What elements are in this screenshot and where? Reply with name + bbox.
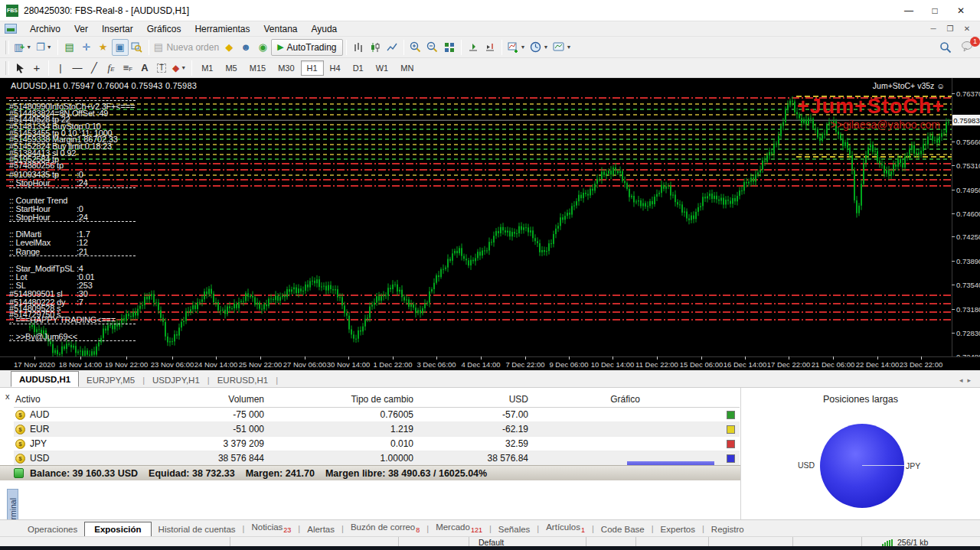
text-button[interactable]: A [136,60,153,76]
currency-coin-icon: $ [15,439,25,449]
exposure-row-usd[interactable]: $USD38 576 8441.0000038 576.84 [14,451,740,466]
price-axis[interactable]: 0.75983 0.763700.756600.753100.749500.74… [952,78,980,356]
bar-chart-button[interactable] [350,39,367,56]
maximize-button[interactable]: □ [922,2,948,20]
timeframe-h4[interactable]: H4 [324,60,347,76]
menu-ventana[interactable]: Ventana [256,22,304,36]
data-window-button[interactable]: ✛ [78,39,95,56]
terminal-tab-code-base[interactable]: Code Base [594,522,652,536]
menu-archivo[interactable]: Archivo [23,22,67,36]
chart-tab-usdjpy[interactable]: USDJPY,H1 [145,373,207,387]
menu-insertar[interactable]: Insertar [95,22,140,36]
vertical-line-button[interactable]: | [52,60,69,76]
chart-area[interactable]: 0.75983 0.763700.756600.753100.749500.74… [0,78,980,370]
terminal-tab-noticias[interactable]: Noticias23 [244,520,298,536]
chart-tab-bar: AUDUSD,H1 EURJPY,M5 | USDJPY,H1 | EURUSD… [0,370,980,388]
connection-status[interactable]: 256/1 kb [897,538,928,547]
terminal-tab-art-culos[interactable]: Artículos1 [539,520,592,536]
timeframe-mn[interactable]: MN [394,60,420,76]
new-order-button[interactable]: ▤ Nueva orden [152,39,220,56]
cursor-button[interactable] [11,60,28,76]
periods-button[interactable]: ▼ [528,39,550,56]
header-volumen[interactable]: Volumen [145,394,264,405]
fibonacci-button[interactable]: fE [103,60,119,76]
header-usd[interactable]: USD [413,394,528,405]
arrows-button[interactable]: ◆▼ [170,60,188,76]
strategy-tester-button[interactable] [129,39,145,56]
close-button[interactable]: ✕ [948,2,974,20]
terminal-tab-operaciones[interactable]: Operaciones [21,522,84,536]
auto-scroll-button[interactable] [465,39,482,56]
market-watch-button[interactable]: ▤ [61,39,78,56]
minimize-button[interactable]: — [896,2,922,20]
candlestick-chart[interactable] [0,78,952,356]
terminal-tab-mercado[interactable]: Mercado121 [429,520,489,536]
search-icon[interactable] [939,41,952,54]
zoom-out-button[interactable] [424,39,441,56]
line-chart-button[interactable] [384,39,400,56]
vertical-line-icon: | [59,63,61,73]
menu-graficos[interactable]: Gráficos [140,22,188,36]
profile-status[interactable]: Default [479,538,504,547]
table-header[interactable]: Activo Volumen Tipo de cambio USD Gráfic… [14,391,740,408]
terminal-tab-registro[interactable]: Registro [704,522,751,536]
candlestick-button[interactable] [367,39,384,56]
timeframe-m15[interactable]: M15 [243,60,272,76]
terminal-close-icon[interactable]: x [5,392,10,401]
exposure-row-eur[interactable]: $EUR-51 0001.219-62.19 [14,422,740,437]
terminal-toggle-button[interactable]: ▣ [112,39,129,56]
child-minimize-button[interactable]: ─ [925,23,942,35]
chart-tab-eurjpy[interactable]: EURJPY,M5 [79,373,142,387]
time-tick: 17 Nov 2020 [14,360,55,369]
tab-scroll-arrows[interactable]: ◂▸ [959,376,975,384]
experts-button[interactable]: ☻ [237,39,254,56]
timeframe-m5[interactable]: M5 [219,60,243,76]
trendline-button[interactable]: ╱ [86,60,103,76]
chart-window-icon[interactable] [5,24,17,34]
tile-windows-button[interactable] [441,39,458,56]
timeframe-w1[interactable]: W1 [370,60,395,76]
timeframe-d1[interactable]: D1 [347,60,370,76]
currency-coin-icon: $ [15,454,25,464]
navigator-button[interactable]: ★ [95,39,112,56]
chat-button[interactable]: 1 [961,41,974,55]
indicators-button[interactable]: ▼ [505,39,528,56]
terminal-tab-buz-n-de-correo[interactable]: Buzón de correo8 [344,520,426,536]
crosshair-button[interactable]: + [28,60,45,76]
chevron-down-icon: ▼ [543,44,548,50]
child-restore-button[interactable]: ❐ [942,23,959,35]
metaeditor-button[interactable]: ◆ [220,39,237,56]
child-close-button[interactable]: ✕ [959,23,975,35]
autotrading-button[interactable]: ▶AutoTrading [271,39,342,56]
chart-tab-audusd[interactable]: AUDUSD,H1 [11,371,79,387]
timeframe-h1[interactable]: H1 [301,60,324,76]
time-axis[interactable]: 17 Nov 202018 Nov 14:0019 Nov 22:0023 No… [0,356,980,370]
profiles-button[interactable]: ❐▼ [34,39,54,56]
horizontal-line-button[interactable]: — [69,60,86,76]
terminal-tab-expertos[interactable]: Expertos [654,522,702,536]
toolbar-grip[interactable] [5,61,9,75]
chart-tab-eurusd[interactable]: EURUSD,H1 [210,373,276,387]
terminal-tab-exposici-n[interactable]: Exposición [84,522,151,537]
menu-ver[interactable]: Ver [67,22,95,36]
toolbar-grip[interactable] [5,41,9,54]
new-chart-button[interactable]: ▥+▼ [11,39,34,56]
terminal-tab-se-ales[interactable]: Señales [492,522,537,536]
text-label-button[interactable]: T [153,60,170,76]
header-grafico[interactable]: Gráfico [528,394,722,405]
chart-shift-button[interactable] [482,39,498,56]
menu-ayuda[interactable]: Ayuda [304,22,344,36]
menu-herramientas[interactable]: Herramientas [188,22,256,36]
exposure-row-aud[interactable]: $AUD-75 0000.76005-57.00 [14,408,740,422]
header-tipo-de-cambio[interactable]: Tipo de cambio [264,394,413,405]
signals-button[interactable]: ◉ [254,39,271,56]
templates-button[interactable]: ▼ [550,39,573,56]
timeframe-m1[interactable]: M1 [195,60,219,76]
timeframe-m30[interactable]: M30 [272,60,300,76]
channel-button[interactable]: ≡F [119,60,136,76]
header-activo[interactable]: Activo [14,394,145,405]
terminal-tab-historial-de-cuentas[interactable]: Historial de cuentas [152,522,243,536]
exposure-row-jpy[interactable]: $JPY3 379 2090.01032.59 [14,437,740,451]
zoom-in-button[interactable] [407,39,424,56]
terminal-tab-alertas[interactable]: Alertas [300,522,341,536]
